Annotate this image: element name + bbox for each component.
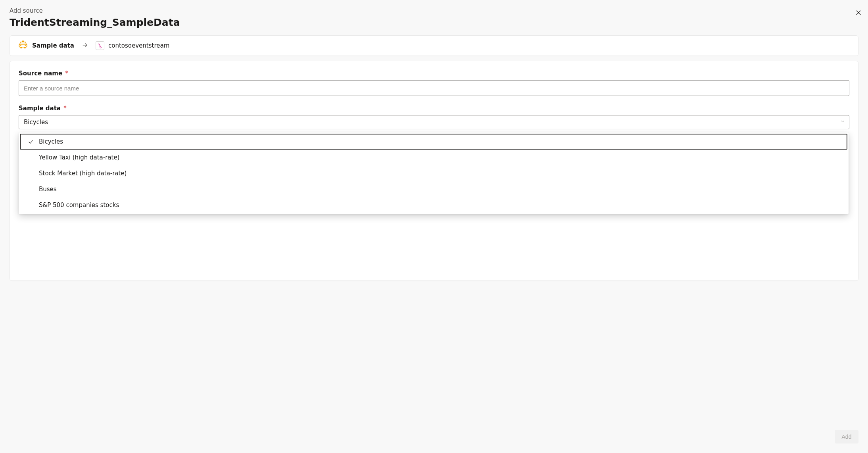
page-title: TridentStreaming_SampleData (10, 17, 858, 28)
chevron-down-icon (840, 119, 845, 126)
source-name-label: Source name * (19, 70, 849, 77)
add-button[interactable]: Add (835, 430, 858, 443)
footer: Add (10, 421, 858, 443)
arrow-right-icon (81, 42, 88, 50)
breadcrumb-destination-label: contosoeventstream (108, 42, 169, 49)
sample-data-select[interactable]: Bicycles (19, 115, 849, 129)
required-marker: * (65, 70, 68, 77)
dropdown-option-label: Yellow Taxi (high data-rate) (39, 154, 119, 161)
sample-data-dropdown: Bicycles Yellow Taxi (high data-rate) St… (19, 132, 849, 214)
source-name-input[interactable] (19, 80, 849, 96)
sample-data-label-text: Sample data (19, 105, 61, 112)
check-icon (27, 139, 34, 145)
source-name-label-text: Source name (19, 70, 62, 77)
page-subtitle: Add source (10, 7, 858, 14)
sample-data-label: Sample data * (19, 105, 849, 112)
required-marker: * (63, 105, 67, 112)
close-icon (855, 9, 862, 16)
breadcrumb-destination: contosoeventstream (96, 41, 169, 50)
dropdown-option-stock-market[interactable]: Stock Market (high data-rate) (20, 165, 847, 181)
dropdown-option-buses[interactable]: Buses (20, 181, 847, 197)
source-name-field: Source name * (19, 70, 849, 96)
breadcrumb-source: Sample data (18, 40, 74, 52)
svg-point-2 (20, 47, 22, 48)
form-card: Source name * Sample data * Bicycles (10, 61, 858, 281)
taxi-icon (18, 40, 28, 52)
breadcrumb: Sample data contosoeventstream (10, 35, 858, 56)
svg-point-4 (20, 45, 21, 46)
svg-point-3 (24, 47, 26, 48)
dropdown-option-yellow-taxi[interactable]: Yellow Taxi (high data-rate) (20, 150, 847, 165)
dropdown-option-label: Stock Market (high data-rate) (39, 170, 127, 177)
breadcrumb-source-label: Sample data (32, 42, 74, 49)
sample-data-selected-value: Bicycles (24, 119, 48, 126)
close-button[interactable] (852, 6, 865, 19)
sample-data-field: Sample data * Bicycles Bicycles (19, 105, 849, 129)
dropdown-option-label: S&P 500 companies stocks (39, 202, 119, 209)
dropdown-option-label: Buses (39, 186, 57, 193)
eventstream-icon (96, 41, 104, 50)
svg-rect-0 (22, 40, 25, 41)
dropdown-option-bicycles[interactable]: Bicycles (20, 134, 847, 150)
svg-point-5 (25, 45, 25, 46)
dropdown-option-label: Bicycles (39, 138, 63, 145)
dropdown-option-sp500[interactable]: S&P 500 companies stocks (20, 197, 847, 213)
